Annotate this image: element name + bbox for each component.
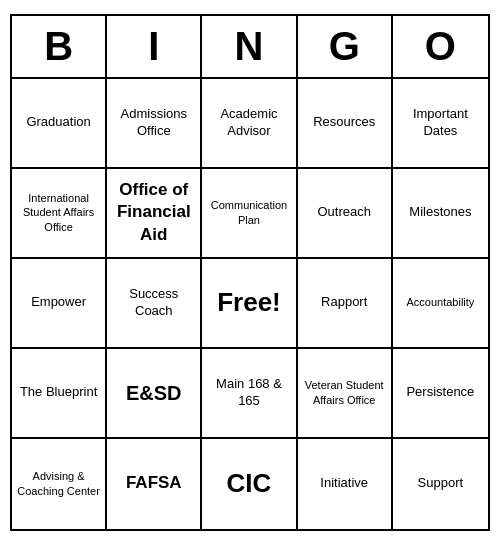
bingo-cell[interactable]: The Blueprint: [12, 349, 107, 439]
bingo-cell[interactable]: Veteran Student Affairs Office: [298, 349, 393, 439]
bingo-cell[interactable]: Initiative: [298, 439, 393, 529]
bingo-header: BINGO: [12, 16, 488, 79]
bingo-cell[interactable]: Communication Plan: [202, 169, 297, 259]
bingo-cell[interactable]: Resources: [298, 79, 393, 169]
bingo-cell[interactable]: Admissions Office: [107, 79, 202, 169]
bingo-cell[interactable]: Office of Financial Aid: [107, 169, 202, 259]
bingo-cell[interactable]: Rapport: [298, 259, 393, 349]
bingo-cell[interactable]: E&SD: [107, 349, 202, 439]
bingo-cell[interactable]: Graduation: [12, 79, 107, 169]
bingo-cell[interactable]: Advising & Coaching Center: [12, 439, 107, 529]
bingo-cell[interactable]: Free!: [202, 259, 297, 349]
bingo-cell[interactable]: CIC: [202, 439, 297, 529]
header-letter: G: [298, 16, 393, 77]
header-letter: B: [12, 16, 107, 77]
bingo-cell[interactable]: Outreach: [298, 169, 393, 259]
bingo-cell[interactable]: Important Dates: [393, 79, 488, 169]
bingo-cell[interactable]: Main 168 & 165: [202, 349, 297, 439]
bingo-cell[interactable]: Empower: [12, 259, 107, 349]
bingo-cell[interactable]: Milestones: [393, 169, 488, 259]
bingo-card: BINGO GraduationAdmissions OfficeAcademi…: [10, 14, 490, 531]
bingo-cell[interactable]: Persistence: [393, 349, 488, 439]
bingo-cell[interactable]: FAFSA: [107, 439, 202, 529]
bingo-cell[interactable]: Support: [393, 439, 488, 529]
header-letter: N: [202, 16, 297, 77]
bingo-cell[interactable]: Academic Advisor: [202, 79, 297, 169]
header-letter: O: [393, 16, 488, 77]
bingo-cell[interactable]: Success Coach: [107, 259, 202, 349]
bingo-cell[interactable]: Accountability: [393, 259, 488, 349]
header-letter: I: [107, 16, 202, 77]
bingo-cell[interactable]: International Student Affairs Office: [12, 169, 107, 259]
bingo-grid: GraduationAdmissions OfficeAcademic Advi…: [12, 79, 488, 529]
